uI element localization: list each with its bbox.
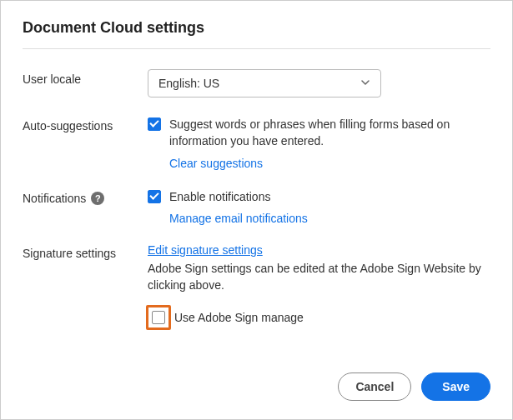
clear-suggestions-link[interactable]: Clear suggestions [169, 157, 263, 170]
row-signature: Signature settings Edit signature settin… [23, 243, 490, 294]
page-title: Document Cloud settings [23, 19, 490, 37]
manage-email-link[interactable]: Manage email notifications [169, 212, 308, 225]
user-locale-select[interactable]: English: US [148, 69, 381, 98]
settings-panel: Document Cloud settings User locale Engl… [0, 0, 513, 420]
cancel-button[interactable]: Cancel [338, 372, 411, 401]
row-notifications: Notifications ? Enable notifications Man… [23, 188, 490, 225]
divider [23, 48, 490, 49]
user-locale-value: English: US [158, 77, 219, 90]
highlight-box [146, 305, 171, 330]
footer-buttons: Cancel Save [338, 372, 490, 401]
adobe-sign-manage-checkbox[interactable] [152, 311, 165, 324]
row-adobe-sign-manage: Use Adobe Sign manage [146, 305, 490, 330]
notifications-checkbox[interactable] [148, 190, 161, 203]
label-signature: Signature settings [23, 243, 148, 260]
help-icon[interactable]: ? [91, 192, 104, 205]
auto-suggestions-text: Suggest words or phrases when filling fo… [169, 116, 490, 150]
label-notifications-text: Notifications [23, 192, 86, 205]
chevron-down-icon [360, 77, 370, 90]
signature-description: Adobe Sign settings can be edited at the… [148, 260, 490, 294]
notifications-text: Enable notifications [169, 188, 270, 205]
row-auto-suggestions: Auto-suggestions Suggest words or phrase… [23, 116, 490, 170]
label-notifications: Notifications ? [23, 188, 148, 205]
label-auto-suggestions: Auto-suggestions [23, 116, 148, 132]
label-user-locale: User locale [23, 69, 148, 86]
adobe-sign-manage-text: Use Adobe Sign manage [174, 309, 304, 326]
save-button[interactable]: Save [421, 372, 490, 401]
row-user-locale: User locale English: US [23, 69, 490, 98]
auto-suggestions-checkbox[interactable] [148, 118, 161, 131]
edit-signature-link[interactable]: Edit signature settings [148, 243, 263, 257]
